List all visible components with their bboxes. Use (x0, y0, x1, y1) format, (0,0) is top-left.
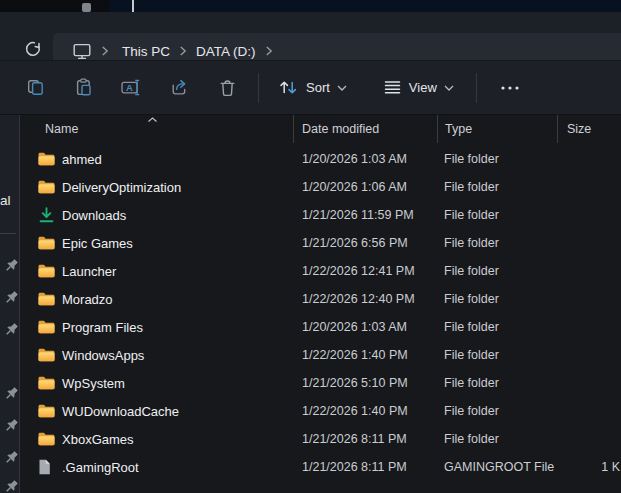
paste-button[interactable] (65, 71, 101, 105)
pin-icon[interactable] (4, 479, 19, 493)
file-type: File folder (437, 292, 557, 306)
file-name: WindowsApps (62, 348, 144, 363)
chevron-down-icon (337, 85, 347, 91)
nav-pane-divider (0, 233, 16, 234)
pin-icon[interactable] (4, 290, 19, 305)
file-date-modified: 1/21/2026 6:56 PM (293, 236, 437, 250)
toolbar-divider (476, 73, 477, 103)
file-row[interactable]: Launcher1/22/2026 12:41 PMFile folder (21, 257, 621, 285)
file-row[interactable]: Epic Games1/21/2026 6:56 PMFile folder (21, 229, 621, 257)
file-row[interactable]: WindowsApps1/22/2026 1:40 PMFile folder (21, 341, 621, 369)
column-header-type[interactable]: Type (437, 115, 557, 143)
file-type: File folder (437, 180, 557, 194)
folder-icon (38, 180, 55, 194)
file-row[interactable]: .GamingRoot1/21/2026 8:11 PMGAMINGROOT F… (21, 453, 621, 481)
file-row[interactable]: Downloads1/21/2026 11:59 PMFile folder (21, 201, 621, 229)
ellipsis-icon (499, 79, 521, 97)
column-header-name[interactable]: Name (21, 115, 293, 143)
file-date-modified: 1/21/2026 8:11 PM (293, 460, 437, 474)
sort-button[interactable]: Sort (269, 72, 356, 103)
breadcrumb-this-pc[interactable]: This PC (122, 44, 170, 59)
file-type: File folder (437, 432, 557, 446)
file-row[interactable]: WUDownloadCache1/22/2026 1:40 PMFile fol… (21, 397, 621, 425)
file-type: File folder (437, 376, 557, 390)
pin-icon[interactable] (4, 258, 19, 273)
file-type: File folder (437, 264, 557, 278)
file-date-modified: 1/20/2026 1:03 AM (293, 320, 437, 334)
delete-button[interactable] (209, 71, 245, 105)
chevron-down-icon (444, 85, 454, 91)
folder-icon (38, 292, 55, 306)
folder-icon (38, 348, 55, 362)
sort-arrows-icon (278, 79, 299, 96)
folder-icon (38, 236, 55, 250)
file-name: Epic Games (62, 236, 133, 251)
file-list: ahmed1/20/2026 1:03 AMFile folderDeliver… (21, 145, 621, 481)
refresh-button[interactable] (22, 38, 44, 60)
file-date-modified: 1/20/2026 1:06 AM (293, 180, 437, 194)
file-date-modified: 1/22/2026 12:41 PM (293, 264, 437, 278)
folder-icon (38, 376, 55, 390)
navigation-pane-sliver: al (0, 115, 20, 493)
copy-button[interactable] (17, 71, 53, 105)
pin-icon[interactable] (4, 386, 19, 401)
svg-text:A: A (126, 82, 133, 93)
file-name: Downloads (62, 208, 126, 223)
this-pc-monitor-icon (72, 43, 92, 60)
column-header-size[interactable]: Size (557, 115, 621, 143)
command-toolbar: A Sort (0, 60, 621, 115)
folder-icon (38, 432, 55, 446)
file-size: 1 K (557, 460, 621, 474)
file-type: File folder (437, 320, 557, 334)
share-icon (170, 79, 189, 96)
file-type: GAMINGROOT File (437, 460, 557, 474)
pin-icon[interactable] (4, 450, 19, 465)
toolbar-divider (258, 73, 259, 103)
file-list-pane: Name Date modified Type Size ahmed1/20/2… (21, 115, 621, 493)
rename-button[interactable]: A (113, 71, 149, 105)
file-date-modified: 1/21/2026 5:10 PM (293, 376, 437, 390)
file-date-modified: 1/22/2026 1:40 PM (293, 404, 437, 418)
chevron-right-icon (265, 46, 273, 56)
file-row[interactable]: XboxGames1/21/2026 8:11 PMFile folder (21, 425, 621, 453)
active-tab-fragment[interactable] (110, 0, 621, 12)
folder-icon (38, 320, 55, 334)
share-button[interactable] (161, 71, 197, 105)
file-name: WpSystem (62, 376, 125, 391)
more-options-button[interactable] (493, 79, 527, 97)
view-button[interactable]: View (374, 73, 463, 102)
file-explorer-window: This PC DATA (D:) (0, 0, 621, 493)
breadcrumb-data-drive[interactable]: DATA (D:) (196, 44, 256, 59)
chevron-right-icon (101, 46, 109, 56)
file-row[interactable]: DeliveryOptimization1/20/2026 1:06 AMFil… (21, 173, 621, 201)
sort-ascending-caret-icon (147, 117, 158, 123)
view-label: View (409, 80, 437, 95)
file-row[interactable]: WpSystem1/21/2026 5:10 PMFile folder (21, 369, 621, 397)
file-name: Program Files (62, 320, 143, 335)
file-document-icon (38, 459, 51, 475)
trash-icon (219, 79, 236, 97)
pin-icon[interactable] (4, 322, 19, 337)
file-date-modified: 1/22/2026 12:40 PM (293, 292, 437, 306)
column-header-date-modified[interactable]: Date modified (293, 115, 437, 143)
file-date-modified: 1/21/2026 11:59 PM (293, 208, 437, 222)
chevron-right-icon (179, 46, 187, 56)
nav-item-partial-label[interactable]: al (0, 193, 14, 208)
file-type: File folder (437, 404, 557, 418)
copy-icon (26, 78, 45, 97)
folder-icon (38, 264, 55, 278)
file-name: WUDownloadCache (62, 404, 179, 419)
file-row[interactable]: Moradzo1/22/2026 12:40 PMFile folder (21, 285, 621, 313)
file-name: XboxGames (62, 432, 134, 447)
file-name: ahmed (62, 152, 102, 167)
file-type: File folder (437, 348, 557, 362)
file-name: .GamingRoot (62, 460, 139, 475)
folder-icon (38, 152, 55, 166)
rename-icon: A (121, 79, 142, 96)
file-row[interactable]: Program Files1/20/2026 1:03 AMFile folde… (21, 313, 621, 341)
tab-edge-line (132, 0, 134, 12)
pin-icon[interactable] (4, 418, 19, 433)
file-row[interactable]: ahmed1/20/2026 1:03 AMFile folder (21, 145, 621, 173)
file-date-modified: 1/22/2026 1:40 PM (293, 348, 437, 362)
explorer-body: al Name Date modified Type Siz (0, 115, 621, 493)
